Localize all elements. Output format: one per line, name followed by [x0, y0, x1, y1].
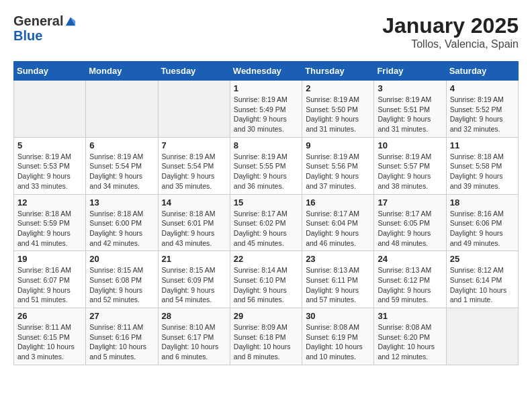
day-number: 11: [450, 140, 515, 150]
day-cell: 3Sunrise: 8:19 AM Sunset: 5:51 PM Daylig…: [374, 81, 446, 138]
day-info: Sunrise: 8:19 AM Sunset: 5:52 PM Dayligh…: [450, 95, 515, 134]
day-info: Sunrise: 8:19 AM Sunset: 5:53 PM Dayligh…: [17, 152, 82, 191]
day-number: 25: [450, 254, 515, 264]
calendar-header: Sunday Monday Tuesday Wednesday Thursday…: [14, 62, 519, 81]
header-thursday: Thursday: [302, 62, 374, 81]
day-number: 8: [234, 140, 298, 150]
week-row-0: 1Sunrise: 8:19 AM Sunset: 5:49 PM Daylig…: [14, 81, 519, 138]
day-info: Sunrise: 8:19 AM Sunset: 5:49 PM Dayligh…: [234, 95, 298, 134]
day-cell: 2Sunrise: 8:19 AM Sunset: 5:50 PM Daylig…: [302, 81, 374, 138]
day-cell: 7Sunrise: 8:19 AM Sunset: 5:54 PM Daylig…: [158, 137, 230, 194]
day-info: Sunrise: 8:19 AM Sunset: 5:50 PM Dayligh…: [306, 95, 370, 134]
header-wednesday: Wednesday: [230, 62, 302, 81]
day-cell: 30Sunrise: 8:08 AM Sunset: 6:19 PM Dayli…: [302, 308, 374, 365]
day-number: 6: [89, 140, 154, 150]
day-cell: 11Sunrise: 8:18 AM Sunset: 5:58 PM Dayli…: [446, 137, 518, 194]
day-number: 7: [162, 140, 226, 150]
day-number: 22: [234, 254, 298, 264]
day-number: 27: [89, 311, 154, 321]
day-cell: 1Sunrise: 8:19 AM Sunset: 5:49 PM Daylig…: [230, 81, 302, 138]
day-info: Sunrise: 8:17 AM Sunset: 6:02 PM Dayligh…: [234, 209, 298, 248]
day-info: Sunrise: 8:18 AM Sunset: 5:59 PM Dayligh…: [17, 209, 82, 248]
day-info: Sunrise: 8:18 AM Sunset: 6:01 PM Dayligh…: [162, 209, 226, 248]
day-number: 10: [378, 140, 442, 150]
day-cell: 13Sunrise: 8:18 AM Sunset: 6:00 PM Dayli…: [86, 194, 158, 251]
day-info: Sunrise: 8:09 AM Sunset: 6:18 PM Dayligh…: [234, 322, 298, 362]
day-cell: 4Sunrise: 8:19 AM Sunset: 5:52 PM Daylig…: [446, 81, 518, 138]
day-info: Sunrise: 8:19 AM Sunset: 5:56 PM Dayligh…: [306, 152, 370, 191]
calendar-body: 1Sunrise: 8:19 AM Sunset: 5:49 PM Daylig…: [14, 81, 519, 365]
day-number: 15: [234, 197, 298, 208]
day-number: 17: [378, 197, 442, 208]
logo-icon: [64, 15, 77, 27]
day-info: Sunrise: 8:14 AM Sunset: 6:10 PM Dayligh…: [234, 265, 298, 305]
day-info: Sunrise: 8:13 AM Sunset: 6:11 PM Dayligh…: [306, 265, 370, 305]
day-cell: [86, 81, 158, 138]
week-row-2: 12Sunrise: 8:18 AM Sunset: 5:59 PM Dayli…: [14, 194, 519, 251]
day-cell: 29Sunrise: 8:09 AM Sunset: 6:18 PM Dayli…: [230, 308, 302, 365]
header-monday: Monday: [86, 62, 158, 81]
logo-blue: Blue: [13, 28, 81, 43]
day-number: 18: [450, 197, 515, 208]
week-row-3: 19Sunrise: 8:16 AM Sunset: 6:07 PM Dayli…: [14, 251, 519, 308]
day-number: 29: [234, 311, 298, 321]
logo-general: General: [13, 13, 63, 28]
day-info: Sunrise: 8:17 AM Sunset: 6:05 PM Dayligh…: [378, 209, 442, 248]
day-info: Sunrise: 8:16 AM Sunset: 6:06 PM Dayligh…: [450, 209, 515, 248]
day-info: Sunrise: 8:08 AM Sunset: 6:20 PM Dayligh…: [378, 322, 442, 362]
day-number: 14: [162, 197, 226, 208]
day-cell: 28Sunrise: 8:10 AM Sunset: 6:17 PM Dayli…: [158, 308, 230, 365]
day-number: 31: [378, 311, 442, 321]
day-info: Sunrise: 8:11 AM Sunset: 6:16 PM Dayligh…: [89, 322, 154, 362]
day-info: Sunrise: 8:10 AM Sunset: 6:17 PM Dayligh…: [162, 322, 226, 362]
calendar-subtitle: Tollos, Valencia, Spain: [382, 38, 519, 50]
logo-text: General Blue: [13, 13, 81, 43]
title-block: January 2025 Tollos, Valencia, Spain: [382, 13, 519, 50]
day-cell: [158, 81, 230, 138]
day-info: Sunrise: 8:19 AM Sunset: 5:54 PM Dayligh…: [89, 152, 154, 191]
day-info: Sunrise: 8:12 AM Sunset: 6:14 PM Dayligh…: [450, 265, 515, 305]
day-cell: 21Sunrise: 8:15 AM Sunset: 6:09 PM Dayli…: [158, 251, 230, 308]
day-number: 26: [17, 311, 82, 321]
day-cell: 9Sunrise: 8:19 AM Sunset: 5:56 PM Daylig…: [302, 137, 374, 194]
day-cell: 16Sunrise: 8:17 AM Sunset: 6:04 PM Dayli…: [302, 194, 374, 251]
day-number: 5: [17, 140, 82, 150]
day-cell: 20Sunrise: 8:15 AM Sunset: 6:08 PM Dayli…: [86, 251, 158, 308]
day-number: 19: [17, 254, 82, 264]
day-cell: 27Sunrise: 8:11 AM Sunset: 6:16 PM Dayli…: [86, 308, 158, 365]
day-info: Sunrise: 8:13 AM Sunset: 6:12 PM Dayligh…: [378, 265, 442, 305]
day-info: Sunrise: 8:19 AM Sunset: 5:57 PM Dayligh…: [378, 152, 442, 191]
day-cell: 26Sunrise: 8:11 AM Sunset: 6:15 PM Dayli…: [14, 308, 86, 365]
day-cell: 6Sunrise: 8:19 AM Sunset: 5:54 PM Daylig…: [86, 137, 158, 194]
day-cell: 5Sunrise: 8:19 AM Sunset: 5:53 PM Daylig…: [14, 137, 86, 194]
day-number: 2: [306, 83, 370, 93]
day-cell: 14Sunrise: 8:18 AM Sunset: 6:01 PM Dayli…: [158, 194, 230, 251]
day-info: Sunrise: 8:18 AM Sunset: 6:00 PM Dayligh…: [89, 209, 154, 248]
day-info: Sunrise: 8:19 AM Sunset: 5:51 PM Dayligh…: [378, 95, 442, 134]
day-info: Sunrise: 8:08 AM Sunset: 6:19 PM Dayligh…: [306, 322, 370, 362]
day-cell: 25Sunrise: 8:12 AM Sunset: 6:14 PM Dayli…: [446, 251, 518, 308]
day-number: 23: [306, 254, 370, 264]
page-header: General Blue January 2025 Tollos, Valenc…: [13, 13, 519, 50]
day-cell: 17Sunrise: 8:17 AM Sunset: 6:05 PM Dayli…: [374, 194, 446, 251]
header-tuesday: Tuesday: [158, 62, 230, 81]
calendar-title: January 2025: [382, 13, 519, 38]
day-number: 20: [89, 254, 154, 264]
day-cell: 18Sunrise: 8:16 AM Sunset: 6:06 PM Dayli…: [446, 194, 518, 251]
header-sunday: Sunday: [14, 62, 86, 81]
day-cell: 31Sunrise: 8:08 AM Sunset: 6:20 PM Dayli…: [374, 308, 446, 365]
week-row-1: 5Sunrise: 8:19 AM Sunset: 5:53 PM Daylig…: [14, 137, 519, 194]
day-number: 24: [378, 254, 442, 264]
day-number: 13: [89, 197, 154, 208]
day-info: Sunrise: 8:15 AM Sunset: 6:08 PM Dayligh…: [89, 265, 154, 305]
day-number: 21: [162, 254, 226, 264]
day-cell: 19Sunrise: 8:16 AM Sunset: 6:07 PM Dayli…: [14, 251, 86, 308]
day-cell: [446, 308, 518, 365]
day-info: Sunrise: 8:19 AM Sunset: 5:55 PM Dayligh…: [234, 152, 298, 191]
day-info: Sunrise: 8:19 AM Sunset: 5:54 PM Dayligh…: [162, 152, 226, 191]
day-info: Sunrise: 8:18 AM Sunset: 5:58 PM Dayligh…: [450, 152, 515, 191]
header-saturday: Saturday: [446, 62, 518, 81]
day-cell: 15Sunrise: 8:17 AM Sunset: 6:02 PM Dayli…: [230, 194, 302, 251]
week-row-4: 26Sunrise: 8:11 AM Sunset: 6:15 PM Dayli…: [14, 308, 519, 365]
day-info: Sunrise: 8:16 AM Sunset: 6:07 PM Dayligh…: [17, 265, 82, 305]
